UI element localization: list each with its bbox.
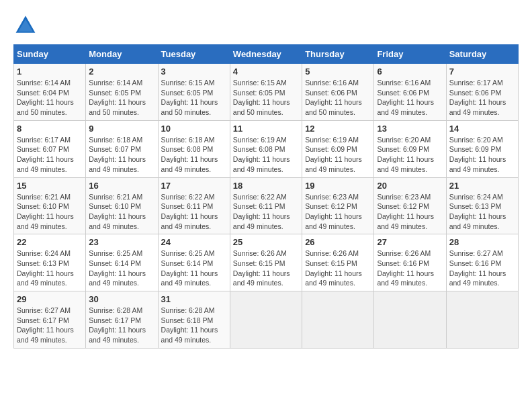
calendar-cell: 31Sunrise: 6:28 AMSunset: 6:18 PMDayligh…: [158, 291, 230, 349]
day-detail: Sunrise: 6:23 AMSunset: 6:12 PMDaylight:…: [305, 192, 371, 232]
day-detail: Sunrise: 6:24 AMSunset: 6:13 PMDaylight:…: [449, 192, 515, 232]
day-header-row: SundayMondayTuesdayWednesdayThursdayFrid…: [14, 45, 519, 64]
calendar-cell: 29Sunrise: 6:27 AMSunset: 6:17 PMDayligh…: [14, 291, 86, 349]
day-detail: Sunrise: 6:26 AMSunset: 6:15 PMDaylight:…: [233, 248, 299, 288]
day-number: 19: [305, 181, 371, 191]
day-number: 27: [377, 237, 443, 247]
day-number: 2: [89, 66, 154, 77]
day-number: 9: [89, 124, 154, 134]
calendar-cell: 8Sunrise: 6:17 AMSunset: 6:07 PMDaylight…: [14, 120, 86, 177]
day-detail: Sunrise: 6:18 AMSunset: 6:08 PMDaylight:…: [161, 135, 227, 175]
day-detail: Sunrise: 6:25 AMSunset: 6:14 PMDaylight:…: [89, 248, 154, 288]
calendar-cell: 12Sunrise: 6:19 AMSunset: 6:09 PMDayligh…: [302, 120, 374, 177]
day-detail: Sunrise: 6:22 AMSunset: 6:11 PMDaylight:…: [161, 192, 227, 232]
day-number: 20: [377, 181, 443, 191]
header-thursday: Thursday: [302, 45, 374, 64]
day-number: 13: [377, 124, 443, 134]
day-number: 8: [17, 124, 83, 134]
calendar-cell: 18Sunrise: 6:22 AMSunset: 6:11 PMDayligh…: [230, 177, 302, 234]
logo: [13, 13, 42, 38]
calendar-cell: 30Sunrise: 6:28 AMSunset: 6:17 PMDayligh…: [86, 291, 158, 349]
day-number: 10: [161, 124, 227, 134]
calendar-cell: 16Sunrise: 6:21 AMSunset: 6:10 PMDayligh…: [86, 177, 158, 234]
day-number: 18: [233, 181, 299, 191]
day-number: 16: [89, 181, 154, 191]
calendar-cell: [446, 291, 518, 349]
day-number: 6: [377, 66, 443, 77]
day-number: 26: [305, 237, 371, 247]
day-number: 3: [161, 66, 227, 77]
week-row-5: 29Sunrise: 6:27 AMSunset: 6:17 PMDayligh…: [14, 291, 519, 349]
day-number: 24: [161, 237, 227, 247]
day-detail: Sunrise: 6:16 AMSunset: 6:06 PMDaylight:…: [377, 78, 443, 118]
calendar-cell: 21Sunrise: 6:24 AMSunset: 6:13 PMDayligh…: [446, 177, 518, 234]
header-sunday: Sunday: [14, 45, 86, 64]
day-number: 31: [161, 294, 227, 304]
calendar-cell: 22Sunrise: 6:24 AMSunset: 6:13 PMDayligh…: [14, 234, 86, 291]
calendar-cell: 9Sunrise: 6:18 AMSunset: 6:07 PMDaylight…: [86, 120, 158, 177]
day-detail: Sunrise: 6:28 AMSunset: 6:17 PMDaylight:…: [89, 306, 154, 345]
day-detail: Sunrise: 6:17 AMSunset: 6:06 PMDaylight:…: [449, 78, 515, 118]
calendar-cell: 17Sunrise: 6:22 AMSunset: 6:11 PMDayligh…: [158, 177, 230, 234]
day-detail: Sunrise: 6:25 AMSunset: 6:14 PMDaylight:…: [161, 248, 227, 288]
day-detail: Sunrise: 6:26 AMSunset: 6:15 PMDaylight:…: [305, 248, 371, 288]
calendar-cell: 24Sunrise: 6:25 AMSunset: 6:14 PMDayligh…: [158, 234, 230, 291]
day-detail: Sunrise: 6:23 AMSunset: 6:12 PMDaylight:…: [377, 192, 443, 232]
day-detail: Sunrise: 6:28 AMSunset: 6:18 PMDaylight:…: [161, 306, 227, 345]
day-detail: Sunrise: 6:21 AMSunset: 6:10 PMDaylight:…: [17, 192, 83, 232]
calendar-cell: [302, 291, 374, 349]
calendar-cell: 7Sunrise: 6:17 AMSunset: 6:06 PMDaylight…: [446, 64, 518, 121]
calendar-cell: 23Sunrise: 6:25 AMSunset: 6:14 PMDayligh…: [86, 234, 158, 291]
header-monday: Monday: [86, 45, 158, 64]
week-row-4: 22Sunrise: 6:24 AMSunset: 6:13 PMDayligh…: [14, 234, 519, 291]
logo-icon: [13, 13, 38, 38]
calendar-cell: 11Sunrise: 6:19 AMSunset: 6:08 PMDayligh…: [230, 120, 302, 177]
day-number: 7: [449, 66, 515, 77]
day-detail: Sunrise: 6:14 AMSunset: 6:05 PMDaylight:…: [89, 78, 154, 118]
day-detail: Sunrise: 6:22 AMSunset: 6:11 PMDaylight:…: [233, 192, 299, 232]
header-friday: Friday: [374, 45, 446, 64]
calendar-cell: 3Sunrise: 6:15 AMSunset: 6:05 PMDaylight…: [158, 64, 230, 121]
calendar-cell: 27Sunrise: 6:26 AMSunset: 6:16 PMDayligh…: [374, 234, 446, 291]
day-number: 22: [17, 237, 83, 247]
day-number: 29: [17, 294, 83, 304]
day-detail: Sunrise: 6:16 AMSunset: 6:06 PMDaylight:…: [305, 78, 371, 118]
calendar-table: SundayMondayTuesdayWednesdayThursdayFrid…: [13, 44, 519, 349]
calendar-cell: 26Sunrise: 6:26 AMSunset: 6:15 PMDayligh…: [302, 234, 374, 291]
day-number: 14: [449, 124, 515, 134]
day-number: 11: [233, 124, 299, 134]
calendar-cell: 5Sunrise: 6:16 AMSunset: 6:06 PMDaylight…: [302, 64, 374, 121]
day-detail: Sunrise: 6:24 AMSunset: 6:13 PMDaylight:…: [17, 248, 83, 288]
day-detail: Sunrise: 6:19 AMSunset: 6:09 PMDaylight:…: [305, 135, 371, 175]
day-number: 4: [233, 66, 299, 77]
header-wednesday: Wednesday: [230, 45, 302, 64]
day-detail: Sunrise: 6:26 AMSunset: 6:16 PMDaylight:…: [377, 248, 443, 288]
calendar-cell: [374, 291, 446, 349]
day-number: 12: [305, 124, 371, 134]
day-detail: Sunrise: 6:18 AMSunset: 6:07 PMDaylight:…: [89, 135, 154, 175]
header-saturday: Saturday: [446, 45, 518, 64]
day-number: 23: [89, 237, 154, 247]
calendar-cell: 1Sunrise: 6:14 AMSunset: 6:04 PMDaylight…: [14, 64, 86, 121]
calendar-cell: 19Sunrise: 6:23 AMSunset: 6:12 PMDayligh…: [302, 177, 374, 234]
header-tuesday: Tuesday: [158, 45, 230, 64]
day-detail: Sunrise: 6:27 AMSunset: 6:16 PMDaylight:…: [449, 248, 515, 288]
day-detail: Sunrise: 6:17 AMSunset: 6:07 PMDaylight:…: [17, 135, 83, 175]
day-detail: Sunrise: 6:20 AMSunset: 6:09 PMDaylight:…: [377, 135, 443, 175]
calendar-cell: 2Sunrise: 6:14 AMSunset: 6:05 PMDaylight…: [86, 64, 158, 121]
day-detail: Sunrise: 6:19 AMSunset: 6:08 PMDaylight:…: [233, 135, 299, 175]
calendar-cell: 28Sunrise: 6:27 AMSunset: 6:16 PMDayligh…: [446, 234, 518, 291]
day-detail: Sunrise: 6:15 AMSunset: 6:05 PMDaylight:…: [161, 78, 227, 118]
day-number: 17: [161, 181, 227, 191]
day-number: 1: [17, 66, 83, 77]
page-header: [13, 13, 519, 38]
day-detail: Sunrise: 6:14 AMSunset: 6:04 PMDaylight:…: [17, 78, 83, 118]
day-number: 5: [305, 66, 371, 77]
calendar-cell: 15Sunrise: 6:21 AMSunset: 6:10 PMDayligh…: [14, 177, 86, 234]
day-detail: Sunrise: 6:20 AMSunset: 6:09 PMDaylight:…: [449, 135, 515, 175]
week-row-3: 15Sunrise: 6:21 AMSunset: 6:10 PMDayligh…: [14, 177, 519, 234]
day-detail: Sunrise: 6:27 AMSunset: 6:17 PMDaylight:…: [17, 306, 83, 345]
calendar-cell: 25Sunrise: 6:26 AMSunset: 6:15 PMDayligh…: [230, 234, 302, 291]
day-number: 21: [449, 181, 515, 191]
calendar-cell: 14Sunrise: 6:20 AMSunset: 6:09 PMDayligh…: [446, 120, 518, 177]
